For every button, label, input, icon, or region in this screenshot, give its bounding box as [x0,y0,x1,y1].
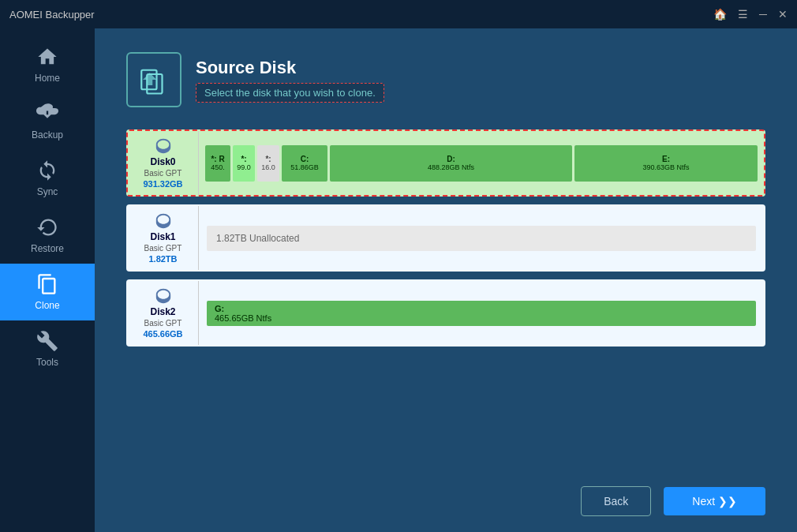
page-header: Source Disk Select the disk that you wis… [126,52,765,107]
disk1-size: 1.82TB [148,254,177,264]
sidebar-item-tools[interactable]: Tools [0,320,95,377]
disk0-part-c: C: 51.86GB [282,145,327,182]
content-area: Source Disk Select the disk that you wis… [95,28,797,532]
disk0-partitions: *: R 450. *: 99.0 *: 16.0 C: 51.86GB [199,131,764,195]
sidebar-item-clone[interactable]: Clone [0,264,95,320]
app-title: AOMEI Backupper [9,9,713,21]
close-icon[interactable]: ✕ [778,8,788,21]
sidebar: Home Backup Sync Restore Clone [0,28,95,532]
footer: Back Next ❯❯ [126,474,765,516]
next-button[interactable]: Next ❯❯ [664,487,765,515]
disk1-type: Basic GPT [144,244,182,253]
sidebar-item-sync-label: Sync [37,186,58,197]
next-label: Next ❯❯ [692,495,737,508]
sidebar-item-sync[interactable]: Sync [0,150,95,207]
sidebar-item-restore[interactable]: Restore [0,207,95,264]
disk1-unallocated: 1.82TB Unallocated [207,226,756,251]
disk2-name: Disk2 [150,306,175,317]
disk2-size: 465.66GB [143,329,182,339]
disk0-icon [155,137,172,155]
minimize-icon[interactable]: ─ [759,8,767,21]
disk0-type: Basic GPT [144,169,182,178]
sidebar-item-home[interactable]: Home [0,36,95,93]
main-layout: Home Backup Sync Restore Clone [0,28,797,532]
disk-list: Disk0 Basic GPT 931.32GB *: R 450. *: 99… [126,129,765,474]
disk0-part-r: *: R 450. [205,145,230,182]
sidebar-item-restore-label: Restore [31,243,64,254]
disk2-info: Disk2 Basic GPT 465.66GB [128,281,199,345]
disk1-icon [155,212,172,230]
sidebar-item-backup-label: Backup [32,129,63,140]
disk0-part-e: E: 390.63GB Ntfs [574,145,758,182]
sidebar-item-tools-label: Tools [36,357,58,368]
disk2-part-g: G: 465.65GB Ntfs [207,301,756,326]
disk0-name: Disk0 [150,156,175,167]
disk-row-disk2[interactable]: Disk2 Basic GPT 465.66GB G: 465.65GB Ntf… [126,279,765,347]
disk1-name: Disk1 [150,231,175,242]
window-controls: 🏠 ☰ ─ ✕ [713,8,788,21]
disk0-size: 931.32GB [143,179,182,189]
sidebar-item-clone-label: Clone [35,300,59,311]
disk1-info: Disk1 Basic GPT 1.82TB [128,206,199,270]
disk2-icon [155,287,172,305]
disk1-partitions: 1.82TB Unallocated [199,206,764,270]
disk0-part-d: D: 488.28GB Ntfs [330,145,572,182]
sidebar-item-home-label: Home [35,73,60,84]
disk-row-disk0[interactable]: Disk0 Basic GPT 931.32GB *: R 450. *: 99… [126,129,765,197]
disk0-info: Disk0 Basic GPT 931.32GB [128,131,199,195]
disk0-part-99: *: 99.0 [233,145,255,182]
page-subtitle: Select the disk that you wish to clone. [196,83,384,103]
disk0-part-16: *: 16.0 [257,145,279,182]
header-icon-box [126,52,181,107]
header-text: Source Disk Select the disk that you wis… [196,58,384,103]
disk2-partitions: G: 465.65GB Ntfs [199,281,764,345]
disk2-type: Basic GPT [144,319,182,328]
store-icon[interactable]: 🏠 [713,8,727,21]
back-button[interactable]: Back [581,486,651,516]
sidebar-item-backup[interactable]: Backup [0,93,95,150]
titlebar: AOMEI Backupper 🏠 ☰ ─ ✕ [0,0,797,28]
clone-header-icon [137,63,170,96]
disk-row-disk1[interactable]: Disk1 Basic GPT 1.82TB 1.82TB Unallocate… [126,204,765,272]
page-title: Source Disk [196,58,384,78]
menu-icon[interactable]: ☰ [738,8,748,21]
